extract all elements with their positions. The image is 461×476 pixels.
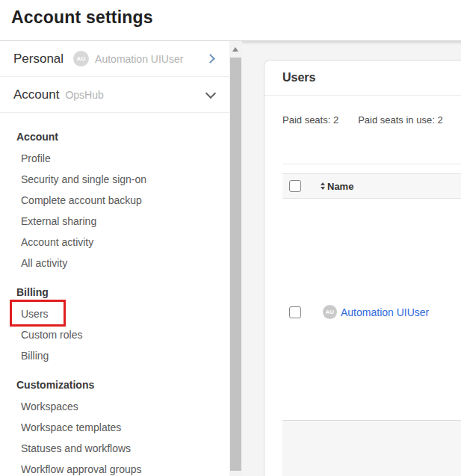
nav-section-customizations: Customizations Workspaces Workspace temp… <box>0 379 229 476</box>
scrollbar-thumb[interactable] <box>230 58 241 471</box>
users-card: Users Paid seats: 2 Paid seats in use: 2… <box>264 60 461 476</box>
user-name-link[interactable]: Automation UIUser <box>341 306 429 318</box>
sort-arrows-icon <box>321 182 325 190</box>
sidebar-item-billing[interactable]: Billing <box>0 345 229 366</box>
nav-section-title: Customizations <box>0 379 229 391</box>
users-panel: Users Paid seats: 2 Paid seats in use: 2… <box>242 41 461 476</box>
sidebar-item-all-activity[interactable]: All activity <box>0 253 229 273</box>
personal-label: Personal <box>13 52 64 67</box>
users-table-header: Name <box>282 173 461 199</box>
sidebar-item-users[interactable]: Users <box>0 303 229 324</box>
nav-section-account: Account Profile Security and single sign… <box>0 131 229 273</box>
chevron-right-icon <box>205 54 215 64</box>
users-card-title: Users <box>282 71 315 84</box>
sidebar-item-workspace-templates[interactable]: Workspace templates <box>0 417 229 438</box>
vertical-scrollbar[interactable] <box>229 41 242 476</box>
personal-user-name: Automation UIUser <box>95 53 183 65</box>
sidebar-item-workspaces[interactable]: Workspaces <box>0 396 229 417</box>
avatar: AU <box>73 51 89 67</box>
account-settings-row[interactable]: Account OpsHub <box>0 77 229 113</box>
nav-section-billing: Billing Users Custom roles Billing <box>0 286 229 366</box>
nav-section-title: Account <box>0 131 229 143</box>
table-footer-area <box>282 420 461 476</box>
row-checkbox[interactable] <box>289 306 301 318</box>
page-header: Account settings <box>0 0 461 41</box>
content-layout: Personal AU Automation UIUser Account Op… <box>0 41 461 476</box>
sidebar-item-statuses-workflows[interactable]: Statuses and workflows <box>0 438 229 459</box>
sidebar-item-users-label: Users <box>21 308 49 320</box>
sidebar-item-external-sharing[interactable]: External sharing <box>0 211 229 232</box>
user-table-row: AU Automation UIUser <box>282 305 461 319</box>
workspace-name: OpsHub <box>65 89 103 101</box>
sidebar-item-workflow-approval-groups[interactable]: Workflow approval groups <box>0 459 229 476</box>
paid-seats-stat: Paid seats: 2 <box>282 114 338 126</box>
sidebar-item-custom-roles[interactable]: Custom roles <box>0 324 229 345</box>
page-title: Account settings <box>0 0 461 28</box>
sidebar-item-profile[interactable]: Profile <box>0 148 229 169</box>
sidebar-item-security[interactable]: Security and single sign-on <box>0 169 229 190</box>
nav-section-title: Billing <box>0 286 229 298</box>
sidebar-item-account-activity[interactable]: Account activity <box>0 232 229 253</box>
seat-stats-row: Paid seats: 2 Paid seats in use: 2 M <box>282 114 461 126</box>
scrollbar-up-arrow-icon[interactable] <box>232 47 238 52</box>
avatar: AU <box>323 305 337 319</box>
paid-seats-in-use-stat: Paid seats in use: 2 <box>358 114 442 126</box>
sidebar-item-account-backup[interactable]: Complete account backup <box>0 190 229 211</box>
account-label: Account <box>13 87 59 102</box>
table-top-divider <box>282 164 461 164</box>
users-card-header: Users <box>264 61 461 96</box>
name-column-header: Name <box>327 181 353 192</box>
settings-sidebar: Personal AU Automation UIUser Account Op… <box>0 41 229 476</box>
name-column-sort[interactable]: Name <box>321 181 353 192</box>
sidebar-nav: Account Profile Security and single sign… <box>0 113 229 476</box>
select-all-checkbox[interactable] <box>289 180 301 192</box>
personal-settings-row[interactable]: Personal AU Automation UIUser <box>0 41 229 77</box>
chevron-down-icon <box>205 87 216 98</box>
